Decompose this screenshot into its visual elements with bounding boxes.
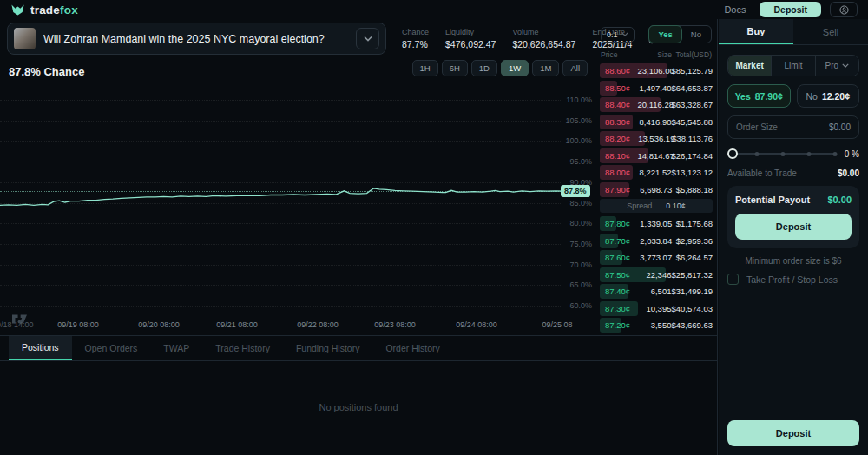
slider-knob[interactable] bbox=[727, 148, 738, 159]
orderbook-bids: 87.80¢1,339.05$1,175.6887.70¢2,033.84$2,… bbox=[600, 216, 713, 333]
orderbook-bid-row[interactable]: 87.30¢10,395$40,574.03 bbox=[600, 301, 713, 316]
orderbook-ask-row[interactable]: 87.90¢6,698.73$5,888.18 bbox=[600, 182, 713, 197]
price-chart[interactable]: 110.0%105.0%100.0%95.0%90.0%85.0%80.0%75… bbox=[0, 82, 595, 316]
orderbook-price: 87.60¢ bbox=[600, 253, 638, 262]
bottom-tab-trade-history[interactable]: Trade History bbox=[202, 336, 283, 360]
potential-payout: Potential Payout $0.00 bbox=[735, 195, 852, 205]
size-slider[interactable] bbox=[727, 148, 836, 159]
tick-size-select[interactable]: 0.1 bbox=[601, 27, 635, 43]
x-axis-label: 09/24 08:00 bbox=[456, 320, 497, 329]
chart-x-axis: 9/18 14:0009/19 08:0009/20 08:0009/21 08… bbox=[0, 318, 595, 333]
orderbook-total: $43,669.63 bbox=[671, 320, 713, 330]
stat-chance: Chance 87.7% bbox=[402, 28, 429, 49]
orderbook-bid-row[interactable]: 87.60¢3,773.07$6,264.57 bbox=[600, 250, 713, 265]
orderbook-ask-row[interactable]: 88.40¢20,116.28$63,328.67 bbox=[600, 97, 713, 112]
bottom-tab-funding-history[interactable]: Funding History bbox=[283, 336, 373, 360]
orderbook-ask-row[interactable]: 88.30¢8,416.90$45,545.88 bbox=[600, 115, 713, 129]
orderbook-total: $25,817.32 bbox=[671, 270, 713, 280]
market-avatar bbox=[14, 28, 36, 49]
brand-text: tradefox bbox=[30, 3, 78, 16]
orderbook-size: 20,116.28 bbox=[637, 100, 671, 109]
tab-sell[interactable]: Sell bbox=[793, 19, 868, 44]
orderbook-total: $5,888.18 bbox=[672, 185, 713, 195]
range-1d[interactable]: 1D bbox=[471, 60, 497, 76]
orderbook-total: $85,125.79 bbox=[671, 66, 713, 76]
tp-sl-checkbox[interactable] bbox=[727, 274, 739, 285]
trade-panel-footer: Deposit bbox=[719, 412, 868, 455]
bottom-tab-positions[interactable]: Positions bbox=[9, 336, 72, 360]
orderbook-no-toggle[interactable]: No bbox=[681, 26, 711, 43]
orderbook-ask-row[interactable]: 88.10¢14,814.67$26,174.84 bbox=[600, 148, 713, 163]
orderbook-pane: 0.1 Yes No Price Size Total(USD) 88.60¢2… bbox=[595, 19, 717, 335]
orderbook-total: $13,123.12 bbox=[671, 168, 713, 177]
bottom-tab-order-history[interactable]: Order History bbox=[372, 336, 452, 360]
orderbook-price: 88.10¢ bbox=[600, 151, 637, 161]
bottom-tab-twap[interactable]: TWAP bbox=[150, 336, 202, 360]
range-1w[interactable]: 1W bbox=[501, 60, 529, 76]
topbar-actions: Docs Deposit bbox=[724, 2, 858, 17]
orderbook-price: 87.20¢ bbox=[600, 320, 638, 330]
tab-buy[interactable]: Buy bbox=[719, 19, 793, 44]
orderbook-ask-row[interactable]: 88.00¢8,221.52$13,123.12 bbox=[600, 165, 713, 180]
orderbook-size: 22,346 bbox=[638, 270, 672, 280]
orderbook-size: 1,339.05 bbox=[638, 219, 672, 228]
orderbook-price: 88.20¢ bbox=[600, 134, 638, 143]
range-6h[interactable]: 6H bbox=[442, 60, 468, 76]
range-selector: 1H6H1D1W1MAll bbox=[412, 60, 588, 76]
market-selector[interactable]: Will Zohran Mamdani win the 2025 NYC may… bbox=[7, 23, 386, 55]
orderbook-bid-row[interactable]: 87.80¢1,339.05$1,175.68 bbox=[600, 216, 713, 231]
profile-button[interactable] bbox=[830, 2, 858, 17]
orderbook-total: $45,545.88 bbox=[671, 117, 713, 127]
range-1h[interactable]: 1H bbox=[412, 60, 438, 76]
orderbook-total: $38,113.76 bbox=[672, 134, 713, 143]
orderbook-side-toggle: Yes No bbox=[648, 25, 712, 43]
order-type-limit[interactable]: Limit bbox=[771, 56, 814, 76]
brand-logo[interactable]: tradefox bbox=[10, 3, 78, 16]
stat-liquidity: Liquidity $476,092.47 bbox=[445, 28, 496, 49]
orderbook-total: $6,264.57 bbox=[672, 253, 713, 262]
order-size-value: $0.00 bbox=[829, 122, 851, 132]
orderbook-ask-row[interactable]: 88.50¢1,497.40$64,653.87 bbox=[600, 81, 713, 96]
orderbook-price: 87.40¢ bbox=[600, 287, 638, 296]
orderbook-price: 88.30¢ bbox=[600, 117, 638, 127]
payout-card: Potential Payout $0.00 Deposit bbox=[727, 186, 859, 248]
orderbook-total: $40,574.03 bbox=[671, 304, 713, 313]
orderbook-price: 87.30¢ bbox=[600, 304, 638, 313]
slider-percent: 0 % bbox=[845, 149, 859, 159]
no-price-button[interactable]: No 12.20¢ bbox=[797, 84, 860, 108]
deposit-button-panel[interactable]: Deposit bbox=[735, 214, 852, 240]
market-dropdown-button[interactable] bbox=[356, 28, 379, 49]
yes-price-button[interactable]: Yes 87.90¢ bbox=[727, 84, 791, 108]
slider-dot-75[interactable] bbox=[806, 152, 811, 156]
x-axis-label: 09/23 08:00 bbox=[374, 320, 416, 329]
buy-sell-tabs: Buy Sell bbox=[719, 19, 868, 45]
x-axis-label: 09/25 08 bbox=[542, 320, 572, 329]
orderbook-price: 88.00¢ bbox=[600, 168, 638, 177]
chevron-down-icon bbox=[621, 32, 628, 36]
orderbook-size: 8,221.52 bbox=[638, 168, 672, 177]
orderbook-yes-toggle[interactable]: Yes bbox=[648, 25, 681, 43]
slider-dot-50[interactable] bbox=[780, 152, 785, 156]
slider-dot-25[interactable] bbox=[754, 152, 759, 156]
slider-dot-100[interactable] bbox=[832, 152, 837, 156]
orderbook-size: 3,550 bbox=[638, 320, 672, 330]
bottom-tab-open-orders[interactable]: Open Orders bbox=[72, 336, 151, 360]
orderbook-size: 2,033.84 bbox=[638, 236, 672, 246]
orderbook-bid-row[interactable]: 87.70¢2,033.84$2,959.36 bbox=[600, 234, 713, 248]
order-size-input[interactable]: Order Size $0.00 bbox=[727, 115, 859, 139]
deposit-button-topbar[interactable]: Deposit bbox=[760, 2, 821, 17]
orderbook-bid-row[interactable]: 87.50¢22,346$25,817.32 bbox=[600, 267, 713, 282]
take-profit-stop-loss[interactable]: Take Profit / Stop Loss bbox=[727, 274, 859, 285]
orderbook-ask-row[interactable]: 88.20¢13,536.19$38,113.76 bbox=[600, 131, 713, 146]
deposit-button-bottom[interactable]: Deposit bbox=[727, 420, 859, 446]
orderbook-bid-row[interactable]: 87.20¢3,550$43,669.63 bbox=[600, 318, 713, 333]
range-1m[interactable]: 1M bbox=[532, 60, 559, 76]
orderbook-size: 23,106.00 bbox=[637, 66, 671, 76]
range-all[interactable]: All bbox=[562, 60, 588, 76]
orderbook-bid-row[interactable]: 87.40¢6,501$31,499.19 bbox=[600, 284, 713, 299]
orderbook-size: 8,416.90 bbox=[638, 117, 672, 127]
orderbook-ask-row[interactable]: 88.60¢23,106.00$85,125.79 bbox=[600, 63, 713, 78]
order-type-pro[interactable]: Pro bbox=[815, 56, 858, 76]
order-type-market[interactable]: Market bbox=[728, 56, 771, 76]
docs-link[interactable]: Docs bbox=[724, 4, 746, 15]
